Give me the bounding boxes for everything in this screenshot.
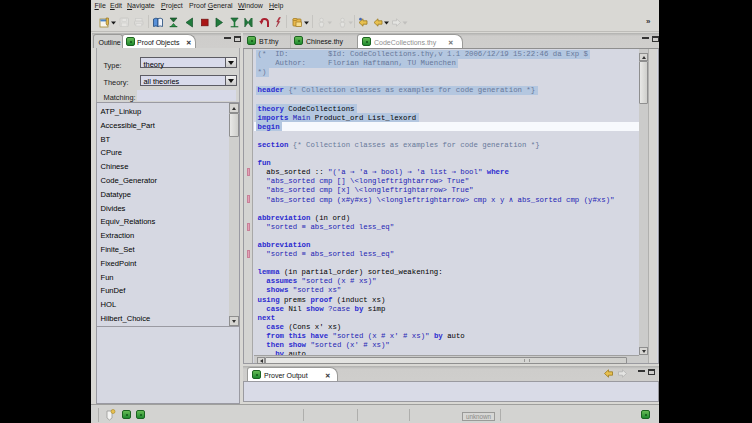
svg-text:»: »	[646, 17, 651, 26]
